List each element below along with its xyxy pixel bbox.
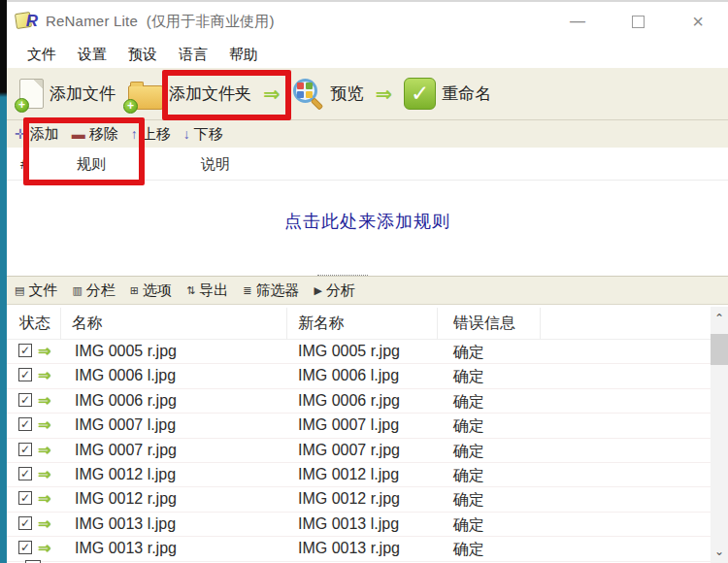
file-new-name: IMG 0013 r.jpg (298, 540, 400, 557)
menu-language[interactable]: 语言 (168, 43, 218, 67)
renamer-window: R ReNamer Lite (仅用于非商业使用) — × 文件 设置 预设 语… (0, 0, 728, 563)
close-button[interactable]: × (668, 1, 728, 42)
add-rule-hint-link[interactable]: 点击此处来添加规则 (284, 210, 450, 233)
rule-move-up-button[interactable]: ↑ 上移 (131, 125, 171, 144)
flow-arrow-icon: ⇒ (261, 83, 282, 106)
row-checkbox-checked-icon[interactable]: ✓ (18, 467, 32, 480)
rule-move-down-label: 下移 (194, 125, 223, 144)
file-name: IMG 0013 l.jpg (75, 515, 176, 533)
rule-move-down-button[interactable]: ↓ 下移 (183, 125, 223, 144)
add-folders-button[interactable]: + 添加文件夹 (125, 77, 254, 112)
file-name: IMG 0006 l.jpg (75, 367, 176, 384)
file-row[interactable]: ✓ ⇒ IMG 0013 l.jpg IMG 0013 l.jpg 确定 (7, 513, 728, 537)
file-row[interactable]: ✓ ⇒ IMG 0007 l.jpg IMG 0007 l.jpg 确定 (7, 414, 728, 438)
tab-options-label: 选项 (143, 282, 172, 300)
file-new-name: IMG 0005 r.jpg (298, 343, 400, 360)
add-file-icon: + (19, 79, 44, 109)
tab-columns-label: 分栏 (86, 282, 116, 300)
menu-file[interactable]: 文件 (17, 43, 67, 67)
row-checkbox-checked-icon[interactable]: ✓ (18, 368, 32, 381)
row-rename-arrow-icon: ⇒ (38, 539, 50, 557)
columns-tab-icon: ▥ (72, 284, 82, 297)
file-row[interactable]: ✓ ⇒ IMG 0006 r.jpg IMG 0006 r.jpg 确定 (7, 389, 728, 414)
rules-empty-area: 点击此处来添加规则 (7, 181, 728, 276)
file-status: 确定 (453, 540, 484, 560)
add-files-label: 添加文件 (50, 83, 116, 105)
file-name: IMG 0006 r.jpg (75, 392, 177, 410)
files-col-error[interactable]: 错误信息 (453, 314, 515, 334)
tab-filters-label: 筛选器 (255, 282, 299, 300)
tab-export-label: 导出 (199, 282, 228, 300)
rules-col-rule[interactable]: 规则 (77, 155, 106, 174)
files-col-name[interactable]: 名称 (72, 314, 103, 334)
menu-bar: 文件 设置 预设 语言 帮助 (7, 41, 728, 68)
tab-columns[interactable]: ▥ 分栏 (72, 282, 115, 300)
file-status: 确定 (453, 392, 484, 413)
file-name: IMG 0012 r.jpg (75, 490, 177, 508)
preview-button[interactable]: 预览 (289, 76, 367, 113)
tab-options[interactable]: ⊞ 选项 (130, 282, 172, 300)
row-rename-arrow-icon: ⇒ (38, 465, 50, 483)
file-row[interactable]: ✓ ⇒ IMG 0006 l.jpg IMG 0006 l.jpg 确定 (7, 364, 728, 388)
options-tab-icon: ⊞ (130, 284, 139, 297)
file-status: 确定 (453, 515, 484, 536)
focus-dotted-rect (317, 275, 368, 276)
filters-tab-icon: ≣ (243, 284, 251, 297)
file-name: IMG 0005 r.jpg (75, 343, 177, 360)
rename-check-icon: ✓ (404, 78, 436, 110)
rule-remove-button[interactable]: ▬ 移除 (72, 125, 118, 144)
row-rename-arrow-icon: ⇒ (38, 514, 50, 533)
file-new-name: IMG 0007 r.jpg (298, 442, 400, 459)
scroll-up-icon[interactable]: ⌃ (711, 309, 728, 328)
file-name: IMG 0012 l.jpg (75, 466, 176, 483)
menu-presets[interactable]: 预设 (117, 43, 168, 67)
add-files-button[interactable]: + 添加文件 (17, 77, 118, 111)
scroll-down-icon[interactable]: ⌄ (711, 542, 728, 561)
file-row[interactable]: ✓ ⇒ IMG 0012 r.jpg IMG 0012 r.jpg 确定 (7, 487, 728, 512)
file-row[interactable]: ✓ ⇒ IMG 0007 r.jpg IMG 0007 r.jpg 确定 (7, 439, 728, 463)
rule-add-button[interactable]: ✛ 添加 (15, 125, 59, 144)
files-tab-icon: ▤ (15, 284, 24, 297)
desktop-edge-strip (0, 0, 7, 563)
plus-icon: ✛ (15, 126, 26, 142)
file-new-name: IMG 0013 l.jpg (298, 515, 399, 533)
bottom-tab-bar: ▤ 文件 ▥ 分栏 ⊞ 选项 ⇅ 导出 ≣ 筛选器 ▶ 分析 (7, 276, 728, 305)
rules-table-header: # 规则 说明 (7, 148, 728, 181)
tab-filters[interactable]: ≣ 筛选器 (243, 282, 299, 300)
row-checkbox-checked-icon[interactable]: ✓ (18, 417, 32, 431)
file-new-name: IMG 0012 l.jpg (298, 466, 399, 483)
arrow-up-icon: ↑ (131, 126, 138, 142)
row-checkbox-checked-icon[interactable]: ✓ (18, 516, 32, 530)
scrollbar-thumb[interactable] (711, 334, 728, 365)
rules-col-index[interactable]: # (20, 155, 28, 172)
file-row[interactable]: ✓ ⇒ IMG 0013 r.jpg IMG 0013 r.jpg 确定 (7, 537, 728, 561)
rule-move-up-label: 上移 (142, 125, 171, 144)
files-col-new-name[interactable]: 新名称 (298, 314, 345, 334)
rules-col-description[interactable]: 说明 (201, 155, 230, 174)
row-checkbox-checked-icon[interactable]: ✓ (18, 491, 32, 505)
row-checkbox-checked-icon[interactable]: ✓ (18, 541, 32, 554)
file-status: 确定 (453, 367, 484, 387)
file-status: 确定 (453, 416, 484, 437)
row-rename-arrow-icon: ⇒ (38, 391, 50, 410)
rules-toolbar: ✛ 添加 ▬ 移除 ↑ 上移 ↓ 下移 (7, 120, 728, 148)
files-scrollbar[interactable]: ⌃ ⌄ (711, 307, 728, 563)
row-checkbox-checked-icon[interactable]: ✓ (18, 393, 32, 407)
tab-files[interactable]: ▤ 文件 (15, 282, 57, 300)
menu-help[interactable]: 帮助 (218, 43, 269, 67)
add-folder-icon: + (128, 85, 163, 110)
file-row[interactable]: ✓ ⇒ IMG 0012 l.jpg IMG 0012 l.jpg 确定 (7, 463, 728, 487)
rename-button[interactable]: ✓ 重命名 (401, 76, 494, 112)
menu-settings[interactable]: 设置 (67, 43, 117, 67)
files-col-state[interactable]: 状态 (19, 314, 50, 334)
row-checkbox-checked-icon[interactable]: ✓ (18, 443, 32, 456)
rule-remove-label: 移除 (89, 125, 118, 144)
tab-analyze[interactable]: ▶ 分析 (314, 282, 354, 300)
minimize-button[interactable]: — (547, 1, 608, 42)
file-row[interactable]: ✓ ⇒ IMG 0005 r.jpg IMG 0005 r.jpg 确定 (7, 340, 728, 364)
maximize-button[interactable] (608, 1, 668, 42)
row-checkbox-checked-icon[interactable]: ✓ (18, 344, 32, 357)
add-folders-label: 添加文件夹 (169, 83, 251, 105)
file-new-name: IMG 0006 l.jpg (298, 367, 399, 384)
tab-export[interactable]: ⇅ 导出 (186, 282, 228, 300)
